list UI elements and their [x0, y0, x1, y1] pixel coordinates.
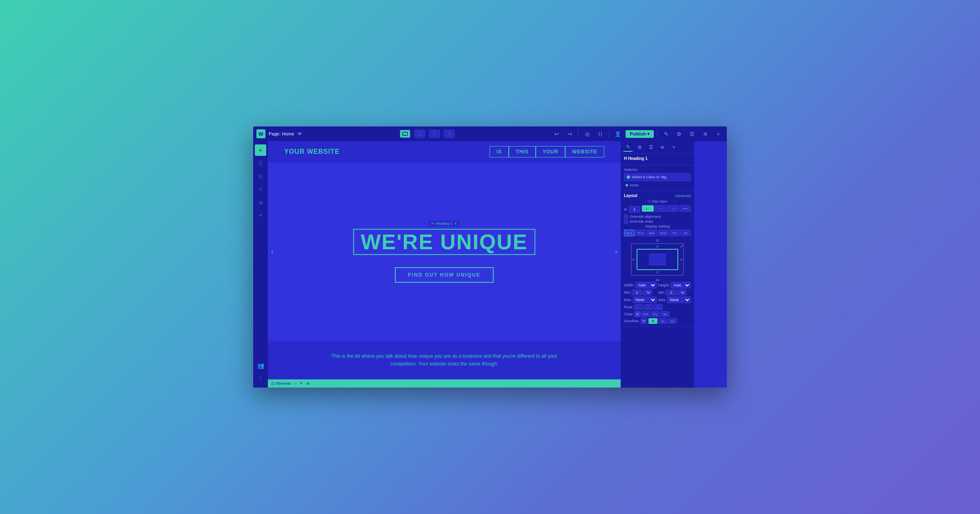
interactions-panel-btn[interactable]: ≋	[700, 129, 710, 138]
site-preview: YOUR WEBSITE IS THIS YOUR WEBSITE ‹ › H …	[268, 141, 621, 388]
bottom-circle: ○	[294, 381, 296, 386]
align-start-btn[interactable]: |←	[642, 205, 654, 212]
svg-rect-3	[433, 132, 436, 135]
ecommerce-icon[interactable]: ≡	[255, 184, 266, 195]
pages-icon[interactable]: ☰	[255, 157, 266, 169]
nav-item-this[interactable]: THIS	[509, 146, 535, 157]
selector-input[interactable]: Select a Class or Tag	[624, 173, 691, 181]
overflow-eye-btn[interactable]: 👁	[641, 318, 647, 324]
nav-item-your[interactable]: YOUR	[536, 146, 566, 157]
min-row: Min: PX Min: PX	[624, 290, 691, 295]
nav-tool-btn[interactable]: ☰	[646, 143, 656, 152]
order-row: ⊕ |← ↔ →| ⟷	[624, 205, 691, 213]
carousel-next-btn[interactable]: ›	[615, 247, 617, 256]
max-height-select[interactable]: None	[667, 297, 691, 303]
width-select[interactable]: Auto	[635, 282, 657, 288]
canvas-area[interactable]: YOUR WEBSITE IS THIS YOUR WEBSITE ‹ › H …	[268, 141, 621, 388]
max-height-label: Max:	[658, 298, 666, 302]
box-top-num: 0	[657, 245, 658, 248]
display-inl-btn[interactable]: Inl	[680, 230, 691, 236]
width-group: Width: Auto	[624, 282, 657, 288]
overflow-au-btn[interactable]: Au	[668, 318, 677, 324]
add-element-btn[interactable]: +	[255, 144, 266, 156]
preview-button[interactable]: ◎	[582, 129, 592, 138]
max-width-group: Max: None	[624, 297, 657, 303]
clear-bo-btn[interactable]: Bo	[661, 311, 670, 317]
desktop-view-btn[interactable]	[400, 130, 410, 138]
height-select[interactable]: Auto	[671, 282, 691, 288]
hero-title[interactable]: WE'RE UNIQUE	[353, 229, 535, 255]
align-end-btn[interactable]: →|	[667, 205, 679, 212]
chart-tool-btn[interactable]: ≋	[657, 143, 667, 152]
right-panel: ✎ ⚙ ☰ ≋ + H Heading 1 Selector: Select a…	[621, 141, 694, 388]
override-alignment-check[interactable]	[624, 215, 628, 219]
display-tc-btn[interactable]: TC	[669, 230, 680, 236]
min-height-unit-select[interactable]: PX	[677, 290, 686, 295]
publish-button[interactable]: Publish ▾	[626, 130, 654, 138]
plus-tool-btn[interactable]: +	[669, 143, 679, 152]
override-order-check[interactable]	[624, 219, 628, 224]
mobile-view-btn[interactable]	[444, 130, 454, 138]
user-button[interactable]: 👤	[612, 129, 623, 138]
max-height-group: Max: None	[658, 297, 691, 303]
svg-rect-4	[448, 132, 450, 135]
float-right-btn[interactable]: →	[644, 304, 653, 310]
users-icon[interactable]: 👥	[255, 360, 266, 371]
min-input[interactable]	[632, 290, 642, 295]
float-label: Float:	[624, 305, 633, 309]
box-innermost	[649, 254, 666, 265]
selector-placeholder: Select a Class or Tag	[632, 175, 666, 179]
float-row: Float: ← → —	[624, 304, 691, 310]
align-stretch-btn[interactable]: ⟷	[679, 205, 691, 212]
order-btn-group: |← ↔ →| ⟷	[642, 205, 691, 212]
clear-l-btn[interactable]: Fl:L	[651, 311, 660, 317]
cms-icon[interactable]: ⊞	[255, 171, 266, 182]
settings-icon[interactable]: ✦	[255, 210, 266, 221]
style-panel-btn[interactable]: ✎	[661, 129, 671, 138]
nav-panel-btn[interactable]: ☰	[687, 129, 697, 138]
override-alignment-row: Override alignment	[624, 215, 691, 219]
redo-button[interactable]: ↪	[564, 129, 575, 138]
display-grid-btn[interactable]: Grid	[658, 230, 668, 236]
flex-item-label: ⬡ Flex Item	[624, 199, 691, 204]
advanced-label[interactable]: Advanced	[675, 194, 691, 198]
nav-item-website[interactable]: WEBSITE	[565, 146, 604, 157]
editor-window: W Page: Home 👁 ↩ ↪ ◎ ⟨⟩	[253, 126, 727, 388]
nav-item-is[interactable]: IS	[490, 146, 509, 157]
code-button[interactable]: ⟨⟩	[595, 129, 606, 138]
min-unit-select[interactable]: PX	[643, 290, 652, 295]
box-expand-btn[interactable]: ⤢	[680, 244, 683, 248]
bottom-add: ⊕	[306, 381, 310, 386]
assets-icon[interactable]: ◈	[255, 197, 266, 208]
settings-panel-btn[interactable]: ⚙	[674, 129, 684, 138]
settings-tool-btn[interactable]: ⚙	[635, 143, 644, 152]
clear-x-btn[interactable]: ✕	[635, 311, 640, 317]
order-input[interactable]	[629, 206, 640, 213]
display-blk-btn[interactable]: BLK	[624, 230, 635, 236]
display-flx-btn[interactable]: FLX	[635, 230, 646, 236]
panel-toolbar: ✎ ⚙ ☰ ≋ +	[621, 141, 694, 154]
hero-cta-button[interactable]: FIND OUT HOW UNIQUE	[395, 267, 493, 283]
style-tool-btn[interactable]: ✎	[623, 143, 633, 152]
carousel-prev-btn[interactable]: ‹	[271, 247, 274, 256]
display-setting-label: Display Setting	[624, 224, 691, 228]
clear-r-btn[interactable]: Fl:R	[641, 311, 650, 317]
min-height-input[interactable]	[666, 290, 677, 295]
display-abs-btn[interactable]: Abs	[646, 230, 657, 236]
heading-section: H Heading 1	[621, 154, 694, 165]
none-dot	[626, 184, 628, 186]
align-center-btn[interactable]: ↔	[655, 205, 666, 212]
max-label: Max:	[624, 298, 632, 302]
mobile-large-view-btn[interactable]	[429, 130, 440, 138]
heading-badge: H Heading 1 ✕	[429, 221, 460, 226]
max-select[interactable]: None	[633, 297, 657, 303]
overflow-sc-btn[interactable]: Sc	[658, 318, 667, 324]
overflow-vis-btn[interactable]: ▤	[648, 318, 657, 324]
float-left-btn[interactable]: ←	[634, 304, 643, 310]
add-panel-btn[interactable]: +	[713, 129, 724, 138]
undo-button[interactable]: ↩	[551, 129, 562, 138]
tablet-view-btn[interactable]	[414, 130, 425, 138]
page-eye-icon[interactable]: 👁	[297, 131, 303, 137]
help-icon[interactable]: ?	[255, 373, 266, 384]
float-none-btn[interactable]: —	[654, 304, 663, 310]
